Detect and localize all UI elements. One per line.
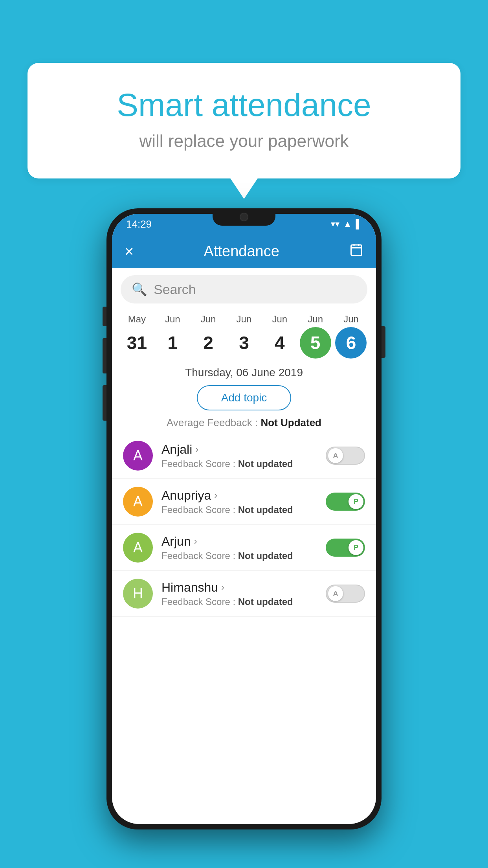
date-strip: May31Jun1Jun2Jun3Jun4Jun5Jun6 [112,311,376,359]
notch [213,208,275,226]
student-row[interactable]: AAnjali ›Feedback Score : Not updated A [112,433,376,479]
date-item-3[interactable]: Jun3 [227,314,261,359]
student-feedback: Feedback Score : Not updated [161,596,317,607]
avg-feedback-value: Not Updated [261,417,321,428]
app-bar: × Attendance [112,234,376,268]
signal-icon: ▲ [343,219,352,229]
date-item-6[interactable]: Jun6 [334,314,368,359]
volume-down-button [103,338,106,373]
attendance-toggle[interactable]: A [326,585,365,603]
power-button [382,326,385,358]
app-bar-title: Attendance [134,243,349,260]
selected-date-label: Thursday, 06 June 2019 [112,366,376,379]
date-month: Jun [272,314,287,325]
search-bar[interactable]: 🔍 Search [121,275,367,303]
avatar: A [123,487,153,517]
student-feedback: Feedback Score : Not updated [161,458,317,469]
bubble-title: Smart attendance [59,86,429,123]
silent-button [103,385,106,421]
student-info: Anjali ›Feedback Score : Not updated [161,442,317,469]
chevron-icon: › [195,444,198,455]
chevron-icon: › [221,582,224,593]
date-number[interactable]: 3 [228,327,260,359]
student-feedback: Feedback Score : Not updated [161,550,317,561]
date-month: Jun [165,314,180,325]
date-month: May [128,314,146,325]
bubble-subtitle: will replace your paperwork [59,131,429,151]
attendance-toggle[interactable]: P [326,539,365,557]
date-number[interactable]: 2 [193,327,224,359]
date-item-0[interactable]: May31 [119,314,154,359]
date-number[interactable]: 31 [121,327,152,359]
status-icons: ▾▾ ▲ ▌ [331,219,362,229]
avatar: A [123,441,153,471]
chevron-icon: › [214,490,217,501]
phone-screen: 14:29 ▾▾ ▲ ▌ × Attendance [112,214,376,824]
date-number[interactable]: 4 [264,327,295,359]
student-row[interactable]: HHimanshu ›Feedback Score : Not updated … [112,571,376,617]
student-row[interactable]: AAnupriya ›Feedback Score : Not updated … [112,479,376,525]
student-row[interactable]: AArjun ›Feedback Score : Not updated P [112,525,376,571]
student-name: Anjali › [161,442,317,457]
date-number[interactable]: 5 [300,327,331,359]
student-feedback: Feedback Score : Not updated [161,504,317,515]
date-number[interactable]: 1 [157,327,188,359]
battery-icon: ▌ [356,219,362,229]
student-name: Anupriya › [161,488,317,503]
student-name: Himanshu › [161,580,317,595]
date-month: Jun [237,314,252,325]
date-item-2[interactable]: Jun2 [191,314,226,359]
add-topic-button[interactable]: Add topic [197,385,292,410]
attendance-toggle[interactable]: P [326,493,365,511]
phone-wrapper: 14:29 ▾▾ ▲ ▌ × Attendance [106,208,382,829]
svg-rect-0 [351,245,362,256]
search-placeholder: Search [154,282,196,297]
student-info: Himanshu ›Feedback Score : Not updated [161,580,317,607]
student-info: Anupriya ›Feedback Score : Not updated [161,488,317,515]
calendar-icon[interactable] [349,243,363,260]
date-month: Jun [343,314,359,325]
wifi-icon: ▾▾ [331,219,339,229]
close-button[interactable]: × [125,243,134,260]
attendance-toggle[interactable]: A [326,447,365,465]
avg-feedback: Average Feedback : Not Updated [112,417,376,429]
avatar: H [123,579,153,609]
student-name: Arjun › [161,534,317,549]
date-item-1[interactable]: Jun1 [155,314,190,359]
date-month: Jun [308,314,323,325]
date-month: Jun [201,314,216,325]
phone-frame: 14:29 ▾▾ ▲ ▌ × Attendance [106,208,382,829]
speech-bubble-wrapper: Smart attendance will replace your paper… [28,63,460,178]
date-item-4[interactable]: Jun4 [262,314,297,359]
student-info: Arjun ›Feedback Score : Not updated [161,534,317,561]
status-time: 14:29 [126,218,152,230]
volume-up-button [103,307,106,326]
students-list: AAnjali ›Feedback Score : Not updated A … [112,433,376,617]
avatar: A [123,533,153,563]
avg-feedback-label: Average Feedback : [167,417,258,428]
date-item-5[interactable]: Jun5 [298,314,333,359]
camera [240,213,248,221]
speech-bubble: Smart attendance will replace your paper… [28,63,460,178]
chevron-icon: › [194,536,197,547]
search-icon: 🔍 [132,282,147,297]
date-number[interactable]: 6 [335,327,367,359]
